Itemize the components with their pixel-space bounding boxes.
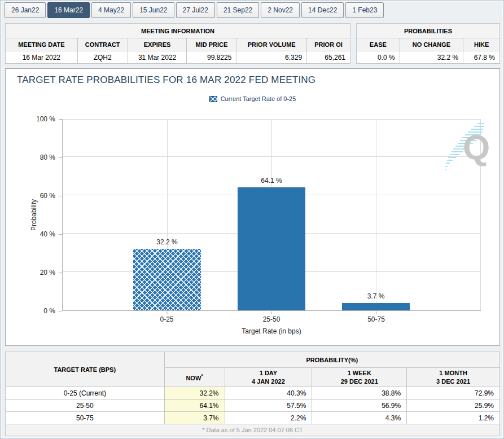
- no-change-header: NO CHANGE: [400, 38, 463, 51]
- month-cell: 72.9%: [407, 387, 500, 400]
- x-tick-0-25: 0-25: [160, 315, 173, 323]
- tab-16-mar22[interactable]: 16 Mar22: [47, 2, 90, 18]
- now-cell: 3.7%: [164, 412, 225, 424]
- day-cell: 2.2%: [225, 412, 312, 424]
- day-cell: 57.5%: [225, 400, 312, 412]
- chart-legend: Current Target Rate of 0-25: [6, 95, 499, 102]
- prior-oi-value: 65,261: [307, 51, 350, 64]
- no-change-value: 32.2 %: [400, 51, 463, 64]
- expires-header: EXPIRES: [128, 38, 187, 51]
- mid-price-value: 99.8225: [187, 51, 236, 64]
- now-cell: 64.1%: [164, 400, 225, 412]
- y-tick-20: 20 %: [40, 269, 55, 276]
- tab-1-feb23[interactable]: 1 Feb23: [345, 2, 384, 18]
- tab-15-jun22[interactable]: 15 Jun22: [133, 2, 174, 18]
- y-tick-100: 100 %: [36, 115, 55, 123]
- meeting-date-header: MEETING DATE: [6, 38, 78, 51]
- tab-2-nov22[interactable]: 2 Nov22: [261, 2, 300, 18]
- one-week-header: 1 WEEK29 DEC 2021: [312, 368, 407, 387]
- probabilities-table: PROBABILITIES EASE NO CHANGE HIKE 0.0 % …: [356, 23, 500, 64]
- prior-oi-header: PRIOR OI: [307, 38, 350, 51]
- meeting-information-title: MEETING INFORMATION: [6, 24, 350, 38]
- bar-50-75: 3.7 %: [342, 303, 410, 310]
- y-tick-80: 80 %: [40, 153, 55, 161]
- bar-25-50-value: 64.1 %: [238, 177, 305, 185]
- week-cell: 38.8%: [312, 387, 407, 400]
- probability-history-table: TARGET RATE (BPS) PROBABILITY(%) NOW* 1 …: [5, 352, 500, 436]
- hike-value: 67.8 %: [463, 51, 500, 64]
- probabilities-title: PROBABILITIES: [357, 24, 500, 38]
- now-header: NOW*: [164, 368, 225, 387]
- table-footnote-row: * Data as of 5 Jan 2022 04:07:06 CT: [6, 424, 500, 436]
- contract-value: ZQH2: [77, 51, 128, 64]
- month-cell: 25.9%: [407, 400, 500, 412]
- hike-header: HIKE: [463, 38, 500, 51]
- fedwatch-page: 26 Jan22 16 Mar22 4 May22 15 Jun22 27 Ju…: [0, 0, 504, 439]
- y-tick-60: 60 %: [40, 192, 55, 200]
- one-day-header: 1 DAY4 JAN 2022: [225, 368, 312, 387]
- target-rate-chart-panel: TARGET RATE PROBABILITIES FOR 16 MAR 202…: [5, 68, 500, 346]
- tab-27-jul22[interactable]: 27 Jul22: [176, 2, 215, 18]
- meeting-date-tabs: 26 Jan22 16 Mar22 4 May22 15 Jun22 27 Ju…: [5, 2, 500, 19]
- legend-label: Current Target Rate of 0-25: [221, 95, 296, 102]
- y-tick-0: 0 %: [43, 307, 55, 315]
- info-panels: MEETING INFORMATION MEETING DATE CONTRAC…: [5, 23, 500, 64]
- bar-0-25-value: 32.2 %: [133, 238, 201, 246]
- data-as-of-note: * Data as of 5 Jan 2022 04:07:06 CT: [6, 424, 500, 436]
- table-row: 50-75 3.7% 2.2% 4.3% 1.2%: [6, 412, 500, 424]
- table-row: 25-50 64.1% 57.5% 56.9% 25.9%: [6, 400, 500, 412]
- week-cell: 4.3%: [312, 412, 407, 424]
- bar-50-75-value: 3.7 %: [342, 292, 410, 300]
- crosshatch-swatch-icon: [209, 96, 217, 102]
- week-cell: 56.9%: [312, 400, 407, 412]
- prior-volume-header: PRIOR VOLUME: [236, 38, 307, 51]
- x-tick-50-75: 50-75: [367, 315, 385, 323]
- x-tick-25-50: 25-50: [263, 315, 281, 323]
- plot-area: 32.2 % 64.1 % 3.7 %: [62, 119, 481, 311]
- bar-0-25: 32.2 %: [133, 249, 201, 310]
- tab-4-may22[interactable]: 4 May22: [91, 2, 131, 18]
- one-month-header: 1 MONTH3 DEC 2021: [407, 368, 500, 387]
- rate-cell: 50-75: [6, 412, 165, 424]
- day-cell: 40.3%: [225, 387, 312, 400]
- rate-cell: 0-25 (Current): [6, 387, 165, 400]
- y-tick-40: 40 %: [40, 230, 55, 238]
- ease-header: EASE: [357, 38, 400, 51]
- y-axis-label: Probability: [30, 199, 38, 231]
- ease-value: 0.0 %: [357, 51, 400, 64]
- meeting-date-value: 16 Mar 2022: [6, 51, 78, 64]
- tab-26-jan22[interactable]: 26 Jan22: [5, 2, 46, 18]
- chart-title: TARGET RATE PROBABILITIES FOR 16 MAR 202…: [17, 74, 315, 86]
- expires-value: 31 Mar 2022: [128, 51, 187, 64]
- target-rate-bps-header: TARGET RATE (BPS): [6, 352, 165, 387]
- x-axis-label: Target Rate (in bps): [62, 327, 481, 335]
- bar-25-50: 64.1 %: [238, 187, 305, 310]
- probability-group-header: PROBABILITY(%): [164, 352, 499, 368]
- rate-cell: 25-50: [6, 400, 165, 412]
- month-cell: 1.2%: [407, 412, 500, 424]
- mid-price-header: MID PRICE: [187, 38, 236, 51]
- meeting-information-table: MEETING INFORMATION MEETING DATE CONTRAC…: [5, 23, 350, 64]
- contract-header: CONTRACT: [77, 38, 128, 51]
- table-row: 0-25 (Current) 32.2% 40.3% 38.8% 72.9%: [6, 387, 500, 400]
- prior-volume-value: 6,329: [236, 51, 307, 64]
- now-cell: 32.2%: [164, 387, 225, 400]
- tab-21-sep22[interactable]: 21 Sep22: [217, 2, 259, 18]
- tab-14-dec22[interactable]: 14 Dec22: [301, 2, 344, 18]
